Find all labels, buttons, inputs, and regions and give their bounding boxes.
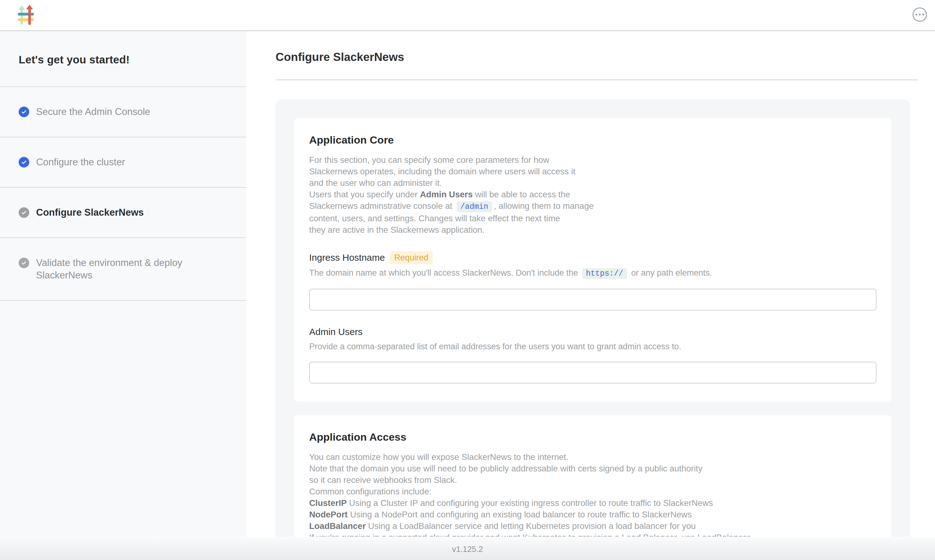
card-title: Application Access [309,431,876,443]
step-label: Configure SlackerNews [36,206,144,219]
step-label: Configure the cluster [36,156,125,168]
field-description: The domain name at which you'll access S… [309,267,876,279]
ingress-hostname-input[interactable] [309,289,876,311]
field-admin-users: Admin Users Provide a comma-separated li… [309,326,876,383]
setup-sidebar: Let's get you started! Secure the Admin … [0,31,246,560]
page-title: Configure SlackerNews [276,50,918,64]
field-description: Provide a comma-separated list of email … [309,341,876,352]
card-title: Application Core [309,134,876,146]
top-header [0,0,935,31]
check-icon [19,207,29,218]
sidebar-step-validate-deploy[interactable]: Validate the environment & deploy Slacke… [0,237,246,301]
title-divider [276,80,918,80]
version-label: v1.125.2 [452,543,483,554]
check-icon [19,106,29,117]
ellipsis-icon [915,14,924,15]
sidebar-title: Let's get you started! [0,31,246,86]
sidebar-step-secure-admin-console[interactable]: Secure the Admin Console [0,86,246,137]
field-ingress-hostname: Ingress Hostname Required The domain nam… [309,251,876,311]
code-chip: https:// [582,268,627,279]
bold-text: NodePort [309,510,348,519]
config-panel: Application Core For this section, you c… [276,100,910,560]
config-card-application-core: Application Core For this section, you c… [294,118,892,402]
main-content: Configure SlackerNews Application Core F… [246,31,935,560]
card-description: You can customize how you will expose Sl… [309,451,876,543]
field-label: Ingress Hostname [309,252,385,263]
check-icon [19,258,29,268]
sidebar-step-configure-cluster[interactable]: Configure the cluster [0,137,246,187]
slackernews-logo-icon [18,5,34,25]
field-label: Admin Users [309,326,363,338]
bold-text: ClusterIP [309,498,347,508]
admin-users-input[interactable] [309,362,876,383]
check-icon [19,157,29,168]
step-label: Validate the environment & deploy Slacke… [36,257,229,282]
card-description: For this section, you can specify some c… [309,154,876,235]
sidebar-step-configure-slackernews[interactable]: Configure SlackerNews [0,187,246,237]
bold-text: Admin Users [420,189,473,199]
required-badge: Required [390,251,433,264]
bold-text: LoadBalancer [309,521,366,531]
step-label: Secure the Admin Console [36,106,150,118]
more-menu-button[interactable] [913,8,927,22]
footer-bar: v1.125.2 [0,537,935,560]
code-chip: /admin [457,202,492,212]
